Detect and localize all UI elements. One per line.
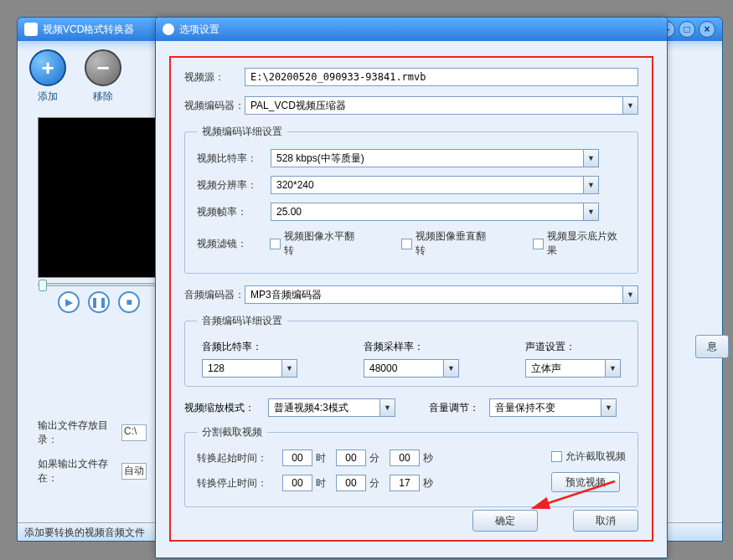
- chevron-down-icon: ▼: [622, 97, 638, 114]
- video-fps-label: 视频帧率：: [197, 205, 271, 219]
- if-exists-select[interactable]: 自动: [121, 463, 147, 480]
- scale-select[interactable]: 普通视频4:3模式▼: [268, 398, 395, 417]
- allow-cut-checkbox[interactable]: 允许截取视频: [551, 450, 626, 464]
- dialog-title: 选项设置: [179, 23, 219, 37]
- video-encoder-label: 视频编码器：: [184, 99, 245, 113]
- add-label: 添加: [29, 90, 66, 104]
- info-button[interactable]: 息: [695, 335, 729, 358]
- start-time-label: 转换起始时间：: [197, 451, 279, 465]
- video-bitrate-label: 视频比特率：: [197, 152, 271, 166]
- seek-slider[interactable]: [38, 283, 160, 286]
- chevron-down-icon: ▼: [583, 150, 598, 167]
- video-detail-legend: 视频编码详细设置: [197, 125, 287, 139]
- volume-select[interactable]: 音量保持不变▼: [489, 398, 617, 417]
- if-exists-label: 如果输出文件存在：: [38, 457, 121, 486]
- audio-sample-select[interactable]: 48000▼: [364, 359, 459, 378]
- ok-button[interactable]: 确定: [472, 510, 538, 532]
- chevron-down-icon: ▼: [605, 360, 620, 377]
- video-detail-fieldset: 视频编码详细设置 视频比特率： 528 kbps(中等质量)▼ 视频分辨率： 3…: [184, 125, 638, 274]
- audio-encoder-select[interactable]: MP3音频编码器 ▼: [245, 285, 638, 304]
- video-filter-label: 视频滤镜：: [197, 237, 270, 251]
- audio-detail-legend: 音频编码详细设置: [197, 314, 287, 328]
- options-dialog: 选项设置 视频源： E:\20200520_090933-93841.rmvb …: [155, 17, 668, 558]
- video-fps-select[interactable]: 25.00▼: [271, 203, 599, 221]
- scale-label: 视频缩放模式：: [184, 401, 258, 415]
- video-encoder-select[interactable]: PAL_VCD视频压缩器 ▼: [245, 96, 638, 115]
- video-preview-box: [38, 117, 160, 278]
- audio-bitrate-label: 音频比特率：: [202, 340, 297, 354]
- audio-encoder-label: 音频编码器：: [184, 288, 245, 302]
- cut-fieldset: 分割截取视频 转换起始时间： 00时 00分 00秒 转换停止时间： 00时 0…: [184, 425, 638, 507]
- video-bitrate-select[interactable]: 528 kbps(中等质量)▼: [271, 149, 599, 167]
- chevron-down-icon: ▼: [622, 286, 638, 303]
- video-resolution-select[interactable]: 320*240▼: [271, 176, 599, 194]
- stop-sec-input[interactable]: 17: [390, 475, 420, 491]
- negative-checkbox[interactable]: 视频显示底片效果: [533, 229, 626, 258]
- remove-label: 移除: [85, 90, 121, 104]
- close-button[interactable]: ×: [699, 21, 715, 38]
- highlighted-area: 视频源： E:\20200520_090933-93841.rmvb 视频编码器…: [169, 56, 653, 542]
- flip-v-checkbox[interactable]: 视频图像垂直翻转: [401, 229, 494, 258]
- minus-icon: −: [96, 55, 109, 81]
- app-icon: [24, 23, 38, 36]
- video-resolution-label: 视频分辨率：: [197, 178, 271, 193]
- maximize-button[interactable]: □: [679, 21, 695, 38]
- stop-hour-input[interactable]: 00: [282, 475, 312, 491]
- chevron-down-icon: ▼: [583, 177, 598, 193]
- preview-panel: ▶ ❚❚ ■: [38, 117, 160, 313]
- chevron-down-icon: ▼: [281, 360, 297, 377]
- audio-bitrate-select[interactable]: 128▼: [202, 359, 297, 378]
- output-settings: 输出文件存放目录： C:\ 如果输出文件存在： 自动: [38, 419, 160, 496]
- output-dir-label: 输出文件存放目录：: [38, 419, 121, 447]
- remove-button[interactable]: −: [85, 49, 121, 86]
- audio-detail-fieldset: 音频编码详细设置 音频比特率： 128▼ 音频采样率： 48000▼ 声道设置：…: [184, 314, 638, 387]
- cut-legend: 分割截取视频: [197, 425, 267, 439]
- dialog-icon: [163, 23, 174, 35]
- audio-sample-label: 音频采样率：: [364, 340, 459, 354]
- main-title: 视频VCD格式转换器: [43, 23, 134, 37]
- start-sec-input[interactable]: 00: [390, 450, 420, 466]
- output-dir-input[interactable]: C:\: [121, 424, 147, 441]
- chevron-down-icon: ▼: [583, 203, 598, 220]
- flip-h-checkbox[interactable]: 视频图像水平翻转: [270, 229, 363, 258]
- stop-min-input[interactable]: 00: [336, 475, 366, 491]
- chevron-down-icon: ▼: [379, 399, 395, 416]
- chevron-down-icon: ▼: [601, 399, 616, 416]
- pause-button[interactable]: ❚❚: [88, 291, 110, 313]
- start-min-input[interactable]: 00: [336, 450, 366, 466]
- video-source-input[interactable]: E:\20200520_090933-93841.rmvb: [245, 68, 638, 86]
- preview-video-button[interactable]: 预览视频: [551, 472, 620, 492]
- video-source-label: 视频源：: [184, 70, 245, 85]
- dialog-titlebar: 选项设置: [156, 18, 667, 41]
- stop-time-label: 转换停止时间：: [197, 476, 279, 491]
- audio-channel-select[interactable]: 立体声▼: [525, 359, 621, 378]
- start-hour-input[interactable]: 00: [282, 450, 312, 466]
- volume-label: 音量调节：: [429, 401, 479, 415]
- plus-icon: +: [41, 55, 54, 81]
- chevron-down-icon: ▼: [443, 360, 458, 377]
- cancel-button[interactable]: 取消: [573, 510, 638, 532]
- audio-channel-label: 声道设置：: [525, 340, 621, 354]
- play-button[interactable]: ▶: [58, 291, 80, 313]
- stop-button[interactable]: ■: [118, 291, 140, 313]
- add-button[interactable]: +: [29, 49, 66, 86]
